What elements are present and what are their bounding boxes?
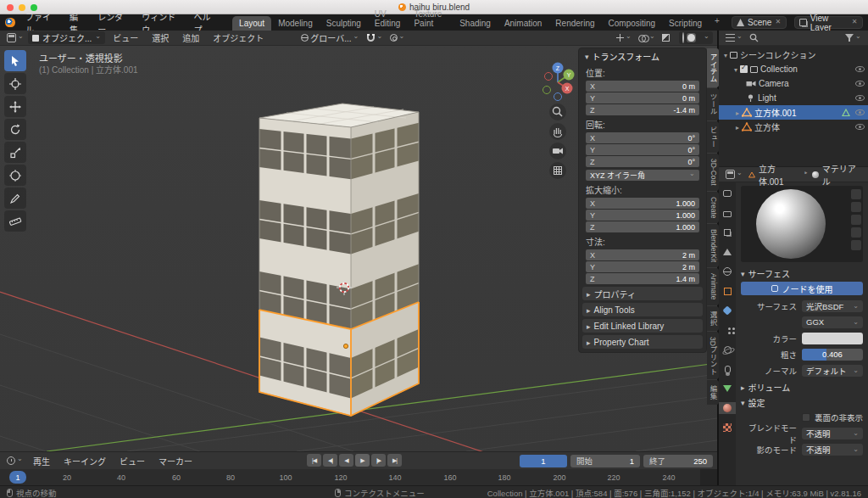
rotation-mode-dropdown[interactable]: XYZ オイラー角 bbox=[586, 170, 699, 181]
ortho-toggle-button[interactable] bbox=[549, 162, 566, 179]
outliner-row-scene-collection[interactable]: シーンコレクション bbox=[719, 48, 868, 62]
use-nodes-button[interactable]: ノードを使用 bbox=[741, 282, 863, 295]
transform-orientation-dropdown[interactable]: グローバ... bbox=[298, 31, 361, 45]
disclosure-icon[interactable] bbox=[736, 122, 739, 131]
menu-keying[interactable]: キーイング bbox=[58, 453, 112, 469]
npanel-tab-3dcoat[interactable]: 3D-Coat bbox=[707, 154, 719, 191]
scene-unlink-icon[interactable] bbox=[775, 20, 782, 26]
npanel-tab-blenderkit[interactable]: BlenderKit bbox=[707, 224, 719, 267]
jump-to-start-button[interactable]: |◀ bbox=[307, 454, 321, 467]
workspace-tab-scripting[interactable]: Scripting bbox=[662, 16, 709, 31]
npanel-tab-view[interactable]: ビュー bbox=[707, 121, 719, 154]
npanel-tab-select[interactable]: 選択 bbox=[707, 306, 719, 331]
section-align-tools[interactable]: Align Tools bbox=[582, 303, 703, 316]
gizmo-neg-y[interactable] bbox=[543, 87, 551, 94]
preview-flat-button[interactable] bbox=[851, 189, 861, 199]
camera-view-button[interactable] bbox=[549, 143, 566, 159]
blender-logo-icon[interactable] bbox=[5, 18, 15, 27]
eye-icon[interactable] bbox=[855, 109, 865, 115]
scene-selector[interactable]: Scene bbox=[732, 16, 787, 29]
scene-tab-icon[interactable] bbox=[719, 246, 736, 258]
outliner-row-cube-001[interactable]: 立方体.001 bbox=[719, 105, 868, 120]
workspace-tab-modeling[interactable]: Modeling bbox=[271, 16, 320, 31]
world-tab-icon[interactable] bbox=[719, 266, 736, 277]
eye-icon[interactable] bbox=[855, 81, 865, 87]
close-window-button[interactable] bbox=[7, 4, 14, 11]
output-tab-icon[interactable] bbox=[719, 207, 736, 219]
properties-editor-type-button[interactable] bbox=[723, 169, 745, 180]
section-property-chart[interactable]: Property Chart bbox=[582, 335, 703, 349]
constraints-tab-icon[interactable] bbox=[719, 363, 736, 375]
play-reverse-button[interactable]: ◀ bbox=[339, 454, 353, 467]
workspace-tab-layout[interactable]: Layout bbox=[232, 16, 271, 31]
outliner-row-light[interactable]: Light bbox=[719, 91, 868, 105]
menu-view-timeline[interactable]: ビュー bbox=[114, 453, 151, 469]
blend-mode-dropdown[interactable]: 不透明 bbox=[802, 428, 863, 439]
dimensions-x-field[interactable]: X2 m bbox=[586, 249, 699, 260]
tool-transform[interactable] bbox=[4, 165, 26, 186]
menu-object[interactable]: オブジェクト bbox=[207, 30, 270, 46]
workspace-tab-sculpting[interactable]: Sculpting bbox=[320, 16, 368, 31]
scale-z-field[interactable]: Z1.000 bbox=[586, 221, 699, 232]
collection-checkbox[interactable] bbox=[740, 65, 748, 73]
timeline-ruler[interactable]: 20 40 60 80 100 120 140 160 180 200 220 … bbox=[0, 469, 717, 486]
shading-solid-button[interactable] bbox=[687, 33, 696, 42]
workspace-tab-shading[interactable]: Shading bbox=[453, 16, 498, 31]
outliner-row-collection[interactable]: Collection bbox=[719, 62, 868, 76]
texture-tab-icon[interactable] bbox=[719, 422, 736, 434]
tool-scale[interactable] bbox=[4, 142, 26, 163]
backface-checkbox[interactable] bbox=[802, 413, 810, 422]
preview-sphere-button[interactable] bbox=[851, 202, 861, 212]
tool-tweak-select[interactable] bbox=[4, 50, 26, 71]
particles-tab-icon[interactable] bbox=[719, 324, 736, 336]
filter-button[interactable] bbox=[843, 33, 864, 42]
npanel-tab-tool[interactable]: ツール bbox=[707, 88, 719, 120]
frame-end-field[interactable]: 終了250 bbox=[643, 455, 713, 467]
playhead-marker[interactable]: 1 bbox=[9, 471, 26, 484]
menu-marker[interactable]: マーカー bbox=[153, 453, 198, 469]
show-gizmo-toggle[interactable] bbox=[614, 33, 634, 42]
npanel-tab-animate[interactable]: Animate bbox=[707, 268, 719, 305]
tool-rotate[interactable] bbox=[4, 119, 26, 140]
frame-start-field[interactable]: 開始1 bbox=[570, 455, 640, 467]
outliner-editor-type-button[interactable] bbox=[723, 33, 745, 42]
outliner-row-camera[interactable]: Camera bbox=[719, 76, 868, 91]
outliner-row-cube[interactable]: 立方体 bbox=[719, 120, 868, 134]
gizmo-neg-z[interactable] bbox=[554, 93, 562, 101]
menu-playback[interactable]: 再生 bbox=[27, 453, 56, 469]
surface-section-header[interactable]: サーフェス bbox=[741, 266, 863, 280]
location-y-field[interactable]: Y0 m bbox=[586, 92, 699, 104]
pan-button[interactable] bbox=[549, 123, 566, 140]
view-layer-tab-icon[interactable] bbox=[719, 227, 736, 238]
object-data-tab-icon[interactable] bbox=[719, 383, 736, 394]
navigation-gizmo[interactable]: Z Y X bbox=[543, 63, 575, 101]
workspace-tab-compositing[interactable]: Compositing bbox=[602, 16, 663, 31]
workspace-tab-uv-editing[interactable]: UV Editing bbox=[368, 7, 408, 31]
mode-dropdown[interactable]: オブジェク... bbox=[28, 31, 105, 44]
surface-type-dropdown[interactable]: 光沢BSDF bbox=[802, 300, 863, 312]
npanel-tab-item[interactable]: アイテム bbox=[707, 48, 719, 87]
menu-view[interactable]: ビュー bbox=[107, 30, 144, 46]
preview-cloth-button[interactable] bbox=[851, 240, 861, 250]
rotation-y-field[interactable]: Y0° bbox=[586, 144, 699, 155]
next-keyframe-button[interactable]: |▶ bbox=[371, 454, 386, 467]
workspace-tab-texture-paint[interactable]: Texture Paint bbox=[407, 7, 453, 31]
menu-select[interactable]: 選択 bbox=[146, 30, 175, 46]
building-model[interactable] bbox=[259, 104, 419, 416]
tool-cursor[interactable] bbox=[4, 73, 26, 94]
object-tab-icon[interactable] bbox=[719, 285, 736, 297]
search-icon[interactable] bbox=[749, 33, 759, 42]
menu-add[interactable]: 追加 bbox=[176, 30, 205, 46]
npanel-tab-create[interactable]: Create bbox=[707, 192, 719, 224]
volume-section-header[interactable]: ボリューム bbox=[741, 380, 863, 394]
scale-x-field[interactable]: X1.000 bbox=[586, 198, 699, 209]
render-tab-icon[interactable] bbox=[719, 187, 736, 199]
disclosure-icon[interactable] bbox=[724, 50, 727, 59]
disclosure-icon[interactable] bbox=[734, 64, 737, 74]
npanel-tab-3dprint[interactable]: 3Dプリント bbox=[707, 332, 719, 380]
play-button[interactable]: ▶ bbox=[355, 454, 370, 467]
current-frame-field[interactable]: 1 bbox=[520, 455, 567, 467]
jump-to-end-button[interactable]: ▶| bbox=[387, 454, 402, 467]
add-workspace-button[interactable] bbox=[712, 17, 720, 29]
rotation-x-field[interactable]: X0° bbox=[586, 132, 699, 143]
